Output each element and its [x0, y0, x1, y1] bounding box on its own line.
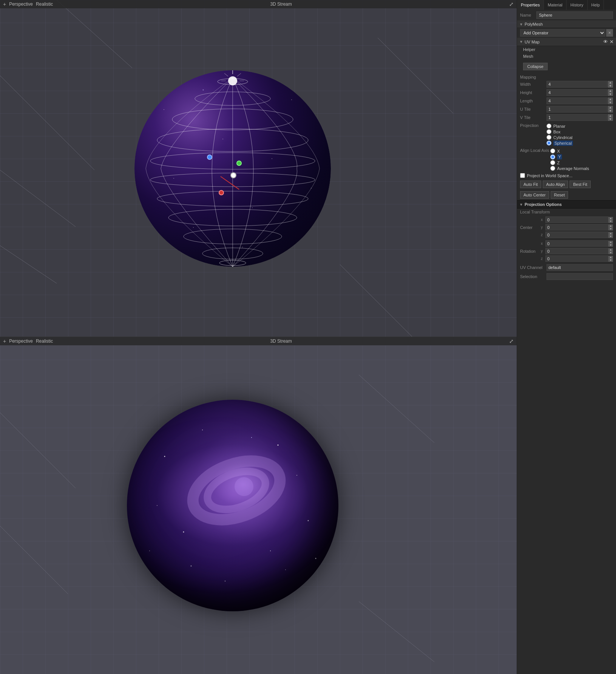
mesh-item[interactable]: Mesh — [517, 53, 616, 60]
length-input[interactable] — [547, 97, 607, 104]
selection-value — [547, 273, 613, 280]
rotation-z-down[interactable]: ▼ — [608, 259, 613, 262]
svg-point-27 — [164, 456, 165, 457]
uv-channel-row: UV Channel — [517, 263, 616, 272]
gizmo-handle-red[interactable] — [219, 190, 224, 195]
projection-spherical-radio[interactable] — [547, 141, 551, 145]
rotation-x-up[interactable]: ▲ — [608, 241, 613, 244]
length-up[interactable]: ▲ — [608, 97, 613, 101]
align-axis-row: Align Local Axis X Y Z Average Normals — [517, 147, 616, 172]
align-z-radio[interactable] — [550, 160, 555, 165]
rotation-z-row: z ▲ ▼ — [541, 255, 613, 262]
close-icon[interactable]: ✕ — [610, 39, 614, 45]
center-x-row: x ▲ ▼ — [541, 216, 613, 223]
length-down[interactable]: ▼ — [608, 101, 613, 104]
projection-spherical-label: Spherical — [553, 141, 573, 145]
proj-options-arrow: ▼ — [519, 203, 523, 207]
tab-properties[interactable]: Properties — [517, 0, 544, 10]
align-y-radio[interactable] — [550, 155, 555, 159]
center-x-down[interactable]: ▼ — [608, 220, 613, 223]
align-x-radio[interactable] — [550, 148, 555, 153]
viewport-bottom-toolbar: + Perspective Realistic 3D Stream ⤢ — [0, 337, 517, 345]
height-input-wrap: ▲ ▼ — [547, 89, 613, 96]
v-tile-up[interactable]: ▲ — [608, 114, 613, 117]
projection-cylindrical-radio[interactable] — [547, 135, 551, 140]
project-world-space-checkbox[interactable] — [520, 173, 525, 178]
rotation-x-down[interactable]: ▼ — [608, 244, 613, 247]
center-x-input[interactable] — [545, 216, 608, 223]
rotation-y-stepper: ▲ ▼ — [608, 248, 613, 254]
u-tile-input-wrap: ▲ ▼ — [547, 106, 613, 113]
center-y-input[interactable] — [545, 224, 608, 230]
rotation-y-input[interactable] — [545, 248, 608, 254]
svg-line-2 — [0, 246, 57, 283]
center-z-up[interactable]: ▲ — [608, 232, 613, 235]
rotation-z-input[interactable] — [545, 255, 608, 262]
eye-icon[interactable]: 👁 — [603, 39, 608, 45]
rotation-x-input[interactable] — [545, 240, 608, 247]
helper-item[interactable]: Helper — [517, 46, 616, 53]
height-row: Height ▲ ▼ — [517, 88, 616, 97]
polymesh-header[interactable]: ▼ PolyMesh — [517, 21, 616, 28]
local-transform-label: Local Transform — [517, 209, 616, 215]
add-operator-select[interactable]: Add Operator — [520, 29, 605, 37]
tab-help[interactable]: Help — [588, 0, 604, 10]
center-label: Center — [520, 225, 541, 230]
expand-viewport-bottom-button[interactable]: ⤢ — [509, 338, 514, 344]
center-z-down[interactable]: ▼ — [608, 235, 613, 238]
rotation-y-up[interactable]: ▲ — [608, 248, 613, 251]
add-viewport-bottom-button[interactable]: + — [3, 338, 6, 344]
right-panel: Properties Material History Help Name ▼ … — [517, 0, 616, 674]
collapse-button[interactable]: Collapse — [523, 63, 548, 70]
uv-channel-input[interactable] — [547, 264, 613, 271]
realistic-label-bottom[interactable]: Realistic — [36, 339, 53, 344]
gizmo-handle-blue[interactable] — [207, 155, 212, 160]
rotation-y-down[interactable]: ▼ — [608, 251, 613, 254]
viewport-top-toolbar: + Perspective Realistic 3D Stream ⤢ — [0, 0, 517, 8]
projection-box-radio[interactable] — [547, 129, 551, 134]
tab-material[interactable]: Material — [544, 0, 567, 10]
center-z-input[interactable] — [545, 232, 608, 238]
width-up[interactable]: ▲ — [608, 81, 613, 84]
align-avg-normals-radio[interactable] — [550, 166, 555, 171]
perspective-label-bottom[interactable]: Perspective — [9, 339, 33, 344]
center-x-up[interactable]: ▲ — [608, 217, 613, 220]
auto-fit-button[interactable]: Auto Fit — [520, 181, 541, 188]
width-down[interactable]: ▼ — [608, 84, 613, 88]
action-buttons-row1: Auto Fit Auto Align Best Fit — [517, 179, 616, 190]
projection-planar-radio[interactable] — [547, 124, 551, 128]
stream-label-top: 3D Stream — [270, 2, 292, 7]
v-tile-down[interactable]: ▼ — [608, 117, 613, 121]
sphere-wireframe — [134, 70, 331, 267]
tab-history[interactable]: History — [567, 0, 587, 10]
project-world-space-label: Project in World Space... — [527, 173, 573, 178]
height-input[interactable] — [547, 89, 607, 96]
align-x-row: X — [550, 148, 613, 154]
best-fit-button[interactable]: Best Fit — [570, 181, 590, 188]
auto-align-button[interactable]: Auto Align — [543, 181, 568, 188]
u-tile-input[interactable] — [547, 106, 607, 113]
sphere-textured-container — [127, 400, 338, 611]
projection-options-header[interactable]: ▼ Projection Options — [517, 200, 616, 209]
v-tile-input[interactable] — [547, 114, 607, 121]
u-tile-down[interactable]: ▼ — [608, 109, 613, 113]
add-operator-x-button[interactable]: × — [606, 29, 613, 37]
align-avg-normals-label: Average Normals — [557, 166, 589, 171]
svg-point-28 — [202, 430, 203, 430]
width-input[interactable] — [547, 81, 607, 88]
realistic-label-top[interactable]: Realistic — [36, 2, 53, 7]
height-down[interactable]: ▼ — [608, 93, 613, 96]
rotation-z-up[interactable]: ▲ — [608, 256, 613, 259]
center-y-up[interactable]: ▲ — [608, 224, 613, 227]
uv-map-section-header[interactable]: ▼ UV Map 👁 ✕ — [517, 38, 616, 46]
auto-center-button[interactable]: Auto Center — [520, 191, 549, 199]
rotation-z-axis: z — [541, 257, 545, 261]
center-y-down[interactable]: ▼ — [608, 227, 613, 230]
perspective-label-top[interactable]: Perspective — [9, 2, 33, 7]
height-up[interactable]: ▲ — [608, 89, 613, 93]
add-viewport-button[interactable]: + — [3, 1, 6, 7]
expand-viewport-top-button[interactable]: ⤢ — [509, 1, 514, 7]
reset-button[interactable]: Reset — [551, 191, 568, 199]
name-input[interactable] — [536, 11, 613, 19]
u-tile-up[interactable]: ▲ — [608, 106, 613, 109]
